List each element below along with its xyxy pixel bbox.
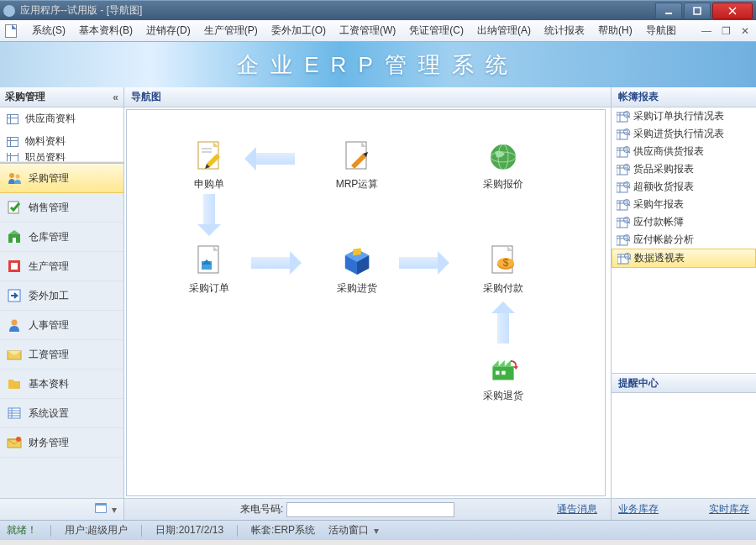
close-button[interactable] [712,3,753,19]
status-user: 用户:超级用户 [65,523,128,537]
menu-inventory[interactable]: 进销存(D) [139,21,197,40]
sidebar-link-label: 物料资料 [25,134,66,149]
node-return[interactable]: 采购退货 [470,352,537,403]
report-icon [617,128,630,140]
menu-voucher[interactable]: 凭证管理(C) [402,21,470,40]
module-label: 销售管理 [29,201,69,215]
module-item[interactable]: 仓库管理 [0,223,123,252]
svg-line-62 [628,116,630,118]
module-item[interactable]: 委外加工 [0,281,123,311]
report-label: 采购进货执行情况表 [633,127,724,141]
report-item[interactable]: 采购订单执行情况表 [612,107,756,125]
report-label: 超额收货报表 [633,180,694,194]
menu-production[interactable]: 生产管理(P) [197,21,265,40]
module-item[interactable]: 生产管理 [0,252,123,281]
sidebar-header: 采购管理 « [0,87,123,107]
report-label: 应付帐龄分析 [633,233,694,247]
svg-point-23 [16,437,21,442]
title-bar: 应用程序--试用版 - [导航图] [0,0,756,20]
module-label: 生产管理 [29,259,69,274]
node-po[interactable]: 采购订单 [176,244,243,296]
link-realtime-stock[interactable]: 实时库存 [709,502,749,516]
dropdown-icon[interactable]: ▾ [374,525,379,537]
sidebar-quick-links: 供应商资料 物料资料 职员资料 [0,107,123,161]
nav-canvas: 申购单 MRP运算 采购报价 采购订单 采购进货 $ 采购付款 [126,109,606,496]
sidebar-link-staff[interactable]: 职员资料 [0,153,123,161]
menu-statistics[interactable]: 统计报表 [538,21,591,40]
sidebar-link-label: 供应商资料 [25,112,76,126]
node-quote[interactable]: 采购报价 [470,140,537,191]
node-mrp[interactable]: MRP运算 [323,140,391,191]
menu-navmap[interactable]: 导航图 [639,21,683,40]
minimize-button[interactable] [655,3,682,19]
arrow-up-icon [491,301,515,343]
module-item[interactable]: 人事管理 [0,311,123,340]
sidebar-footer: ▾ [0,498,123,520]
users-icon [7,170,22,186]
status-bar: 就绪！ 用户:超级用户 日期:2017/2/13 帐套:ERP系统 活动窗口 ▾ [0,520,756,540]
report-icon [617,217,630,228]
menu-wage[interactable]: 工资管理(W) [333,21,402,40]
menu-outsource[interactable]: 委外加工(O) [265,21,333,40]
report-label: 供应商供货报表 [633,144,704,159]
node-payment[interactable]: $ 采购付款 [470,244,537,296]
module-item[interactable]: 基本资料 [0,369,123,399]
status-active-window[interactable]: 活动窗口 [328,523,369,537]
module-item[interactable]: 财务管理 [0,428,123,458]
right-panel: 帐簿报表 采购订单执行情况表采购进货执行情况表供应商供货报表货品采购报表超额收货… [612,87,756,520]
node-requisition[interactable]: 申购单 [176,140,243,191]
mdi-minimize-icon[interactable]: — [700,24,713,39]
menu-basic-data[interactable]: 基本资料(B) [72,21,139,40]
report-item[interactable]: 采购进货执行情况表 [612,125,756,143]
maximize-button[interactable] [684,3,711,19]
node-receive[interactable]: 采购进货 [323,244,391,296]
link-biz-stock[interactable]: 业务库存 [618,502,659,516]
svg-line-77 [628,169,630,170]
report-icon [617,164,630,176]
svg-line-87 [628,204,630,206]
module-item[interactable]: 销售管理 [0,193,123,223]
reports-header: 帐簿报表 [612,87,756,107]
module-item[interactable]: 系统设置 [0,399,123,428]
svg-line-97 [628,239,630,241]
tel-input[interactable] [286,502,454,517]
report-item[interactable]: 货品采购报表 [612,160,756,178]
report-icon [617,253,631,265]
mdi-restore-icon[interactable]: ❐ [720,24,732,39]
svg-marker-8 [8,230,20,234]
sidebar-options-icon[interactable]: ▾ [112,504,117,516]
report-icon [617,111,630,123]
module-label: 仓库管理 [29,230,69,244]
sidebar-link-supplier[interactable]: 供应商资料 [0,107,123,130]
notice-link[interactable]: 通告消息 [550,502,604,516]
globe-icon [488,140,518,174]
finance-icon [7,435,22,450]
arrow-right-icon [251,251,302,275]
menu-cashier[interactable]: 出纳管理(A) [470,21,538,40]
module-label: 工资管理 [29,348,69,362]
report-item[interactable]: 应付款帐簿 [612,213,756,231]
report-item[interactable]: 采购年报表 [612,196,756,213]
report-item[interactable]: 超额收货报表 [612,178,756,196]
menu-help[interactable]: 帮助(H) [591,21,639,40]
sidebar-title: 采购管理 [5,90,45,104]
sidebar-link-material[interactable]: 物料资料 [0,130,123,153]
sidebar-collapse-icon[interactable]: « [113,92,118,103]
sidebar-toggle-icon[interactable] [95,503,107,516]
mdi-close-icon[interactable]: ✕ [739,24,751,39]
module-item[interactable]: 工资管理 [0,340,123,369]
reports-list: 采购订单执行情况表采购进货执行情况表供应商供货报表货品采购报表超额收货报表采购年… [612,107,756,268]
report-item[interactable]: 应付帐龄分析 [612,231,756,249]
report-item[interactable]: 数据透视表 [612,249,756,268]
outsrc-icon [7,288,22,303]
menu-bar: 系统(S) 基本资料(B) 进销存(D) 生产管理(P) 委外加工(O) 工资管… [0,20,756,42]
folder-icon [7,376,22,391]
menu-system[interactable]: 系统(S) [25,21,72,40]
module-item[interactable]: 采购管理 [0,163,123,193]
reports-title: 帐簿报表 [618,90,659,104]
workspace: 采购管理 « 供应商资料 物料资料 职员资料 采购管理销售管理仓库管理生产管理委… [0,87,756,520]
arrow-left-icon [244,147,295,170]
svg-line-102 [629,258,631,259]
report-item[interactable]: 供应商供货报表 [612,143,756,160]
order-doc-icon [194,244,224,278]
